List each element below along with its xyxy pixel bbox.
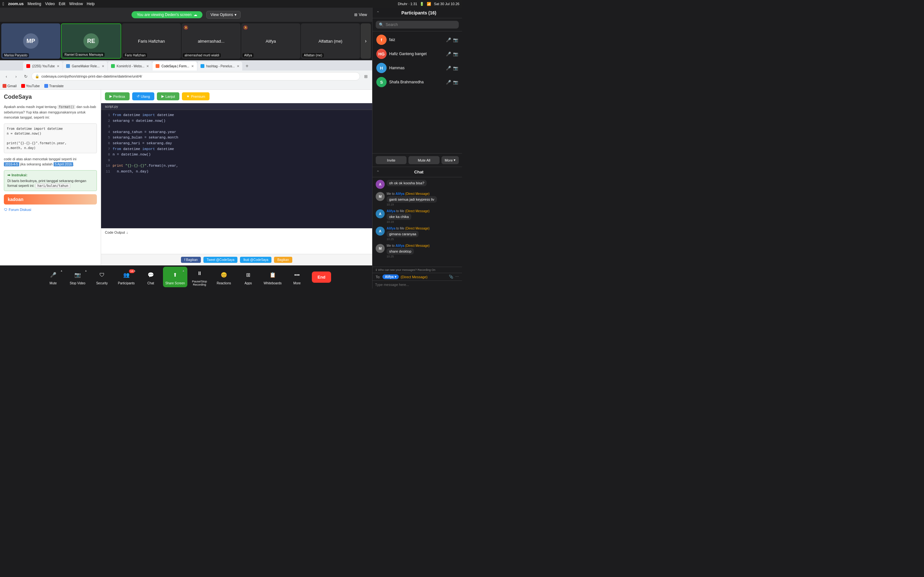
kominfo-close[interactable]: ✕ xyxy=(146,64,149,68)
codesaya-toolbar: ▶ Periksa ↺ Ulang ▶ Lanjut xyxy=(101,90,372,103)
end-button[interactable]: End xyxy=(312,271,331,283)
new-tab-button[interactable]: + xyxy=(242,61,252,71)
chat-input-field[interactable] xyxy=(375,283,459,287)
forum-link[interactable]: 🗨 Forum Diskusi xyxy=(4,208,97,211)
participant-row-hafiz[interactable]: HG Hafiz Ganteng banget 🎤 📷 xyxy=(373,47,462,61)
emoji-icon[interactable]: ⋯ xyxy=(455,275,459,279)
alifya-name-badge: Alifya xyxy=(242,53,254,57)
hafiz-video-icon[interactable]: 📷 xyxy=(453,52,458,56)
footer-bagikan-fb[interactable]: f Bagikan xyxy=(181,257,201,263)
code-editor-wrapper: script.py 1234567891011 from datetime im… xyxy=(101,103,372,228)
toolbar-pause-recording[interactable]: ⏸ Pause/Stop Recording xyxy=(187,267,212,287)
footer-follow[interactable]: Ikuti @CodeSaya xyxy=(240,257,271,263)
footer-bagikan[interactable]: Bagikan xyxy=(274,257,292,263)
participant-row-faiz[interactable]: f faiz 🎤 📷 xyxy=(373,33,462,47)
codesaya-close[interactable]: ✕ xyxy=(191,64,194,68)
bookmark-gmail[interactable]: Gmail xyxy=(3,84,17,88)
lanjut-button[interactable]: ▶ Lanjut xyxy=(157,92,179,100)
participant-tile-marisa[interactable]: MP Marisa Paryasto xyxy=(1,23,60,59)
participant-tile-almerrashad[interactable]: almerrashad... 🔕 almerrashad murti wiald… xyxy=(182,23,241,59)
faiz-mute-icon[interactable]: 🎤 xyxy=(446,37,451,42)
faiz-video-icon[interactable]: 📷 xyxy=(453,37,458,42)
bookmark-translate[interactable]: Translate xyxy=(44,84,63,88)
tab-codesaya[interactable]: CodeSaya | Form... ✕ xyxy=(152,61,197,71)
faiz-avatar: f xyxy=(376,35,387,45)
date-example: 2016-4-5 xyxy=(4,162,19,166)
menu-window[interactable]: Window xyxy=(69,2,83,6)
toolbar-participants[interactable]: 👥 16 Participants ▲ xyxy=(114,267,139,287)
address-bar[interactable]: 🔒 codesaya.com/python/strings-print-dan-… xyxy=(31,72,360,81)
strip-next-button[interactable]: › xyxy=(360,23,371,59)
to-alifya-badge[interactable]: Alifya ▾ xyxy=(383,274,399,279)
youtube-close[interactable]: ✕ xyxy=(57,64,59,68)
extensions-button[interactable]: ⊞ xyxy=(362,73,370,80)
toolbar-mute[interactable]: 🎤 Mute ▲ xyxy=(41,267,65,287)
mute-all-button[interactable]: Mute All xyxy=(409,156,439,164)
browser-bookmarks: Gmail YouTube Translate xyxy=(0,82,372,90)
ulang-label: Ulang xyxy=(141,95,150,98)
toolbar-apps[interactable]: ⊞ Apps xyxy=(236,267,260,287)
hafiz-mute-icon[interactable]: 🎤 xyxy=(446,52,451,56)
chat-collapse-btn[interactable]: ⌃ xyxy=(376,170,380,174)
toolbar-more[interactable]: ••• More xyxy=(285,267,309,287)
bookmark-youtube[interactable]: YouTube xyxy=(21,84,40,88)
chat-to-actions: 📎 ⋯ xyxy=(449,275,459,279)
hashtag-close[interactable]: ✕ xyxy=(237,64,239,68)
view-options-button[interactable]: View Options ▾ xyxy=(206,11,240,19)
toolbar-whiteboards[interactable]: 📋 Whiteboards xyxy=(260,267,285,287)
participant-tile-alfattan[interactable]: Alfattan (me) Alfattan (me) xyxy=(301,23,360,59)
menubar-right: Dhuhr · 1:31 🔋 📶 Sat 30 Jul 10.26 xyxy=(398,2,459,6)
toolbar-share-screen[interactable]: ⬆ Share Screen ▲ xyxy=(163,267,187,287)
toolbar-chat[interactable]: 💬 Chat xyxy=(139,267,163,287)
tab-gamemaker[interactable]: GameMaker Rele... ✕ xyxy=(63,61,107,71)
tab-hashtag[interactable]: hashtag - Penelus... ✕ xyxy=(197,61,242,71)
script-py-tab[interactable]: script.py xyxy=(101,103,372,110)
sidebar-collapse-btn[interactable]: ⌃ xyxy=(376,11,380,15)
participant-row-shafa[interactable]: S Shafa Brahmaredha 🎤 📷 xyxy=(373,75,462,89)
participant-tile-ramiel[interactable]: RE Ramiel Erasmus Mamuaya xyxy=(61,23,121,59)
hammas-mute-icon[interactable]: 🎤 xyxy=(446,66,451,71)
search-input[interactable] xyxy=(386,23,456,27)
footer-tweet[interactable]: Tweet @CodeSaya xyxy=(204,257,237,263)
participant-tile-alifya[interactable]: Alifya 🔕 Alifya xyxy=(241,23,300,59)
menu-help[interactable]: Help xyxy=(87,2,95,6)
hammas-video-icon[interactable]: 📷 xyxy=(453,66,458,71)
menu-video[interactable]: Video xyxy=(45,2,55,6)
menu-meeting[interactable]: Meeting xyxy=(27,2,41,6)
code-editor[interactable]: 1234567891011 from datetime import datet… xyxy=(101,110,372,177)
refresh-button[interactable]: ↻ xyxy=(22,73,29,80)
menubar:  zoom.us Meeting Video Edit Window Help… xyxy=(0,0,462,8)
tab-kominfo[interactable]: Kominfo'd - Webs... ✕ xyxy=(108,61,152,71)
forward-button[interactable]: › xyxy=(12,73,20,80)
back-button[interactable]: ‹ xyxy=(3,73,10,80)
codesaya-footer: f Bagikan Tweet @CodeSaya Ikuti @CodeSay… xyxy=(101,254,372,266)
more-actions-button[interactable]: More ▾ xyxy=(441,156,459,164)
toolbar-stop-video[interactable]: 📷 Stop Video ▲ xyxy=(65,267,90,287)
periksa-button[interactable]: ▶ Periksa xyxy=(105,92,129,100)
whiteboards-label: Whiteboards xyxy=(264,282,282,285)
attachment-icon[interactable]: 📎 xyxy=(449,275,453,279)
ulang-button[interactable]: ↺ Ulang xyxy=(132,92,155,100)
msg5-to-alifya: Alifya xyxy=(396,244,404,247)
shafa-mute-icon[interactable]: 🎤 xyxy=(446,80,451,85)
participant-row-hammas[interactable]: H Hammas 🎤 📷 xyxy=(373,61,462,75)
shafa-video-icon[interactable]: 📷 xyxy=(453,80,458,85)
gamemaker-close[interactable]: ✕ xyxy=(102,64,104,68)
translate-icon xyxy=(44,84,48,88)
reactions-icon-circle: 😊 xyxy=(218,269,230,281)
more-actions-label: More xyxy=(445,158,453,162)
participant-tile-faris[interactable]: Faris Hafizhan Faris Hafizhan xyxy=(122,23,181,59)
toolbar-security[interactable]: 🛡 Security xyxy=(90,267,114,287)
invite-button[interactable]: Invite xyxy=(376,156,407,164)
view-button[interactable]: ⊞ View xyxy=(354,13,367,17)
faiz-actions: 🎤 📷 xyxy=(446,37,458,42)
browser-frame: (2255) YouTube ✕ GameMaker Rele... ✕ Kom… xyxy=(0,60,372,266)
kadoan-ad[interactable]: kadoan xyxy=(4,194,97,205)
menu-edit[interactable]: Edit xyxy=(59,2,65,6)
tab-youtube[interactable]: (2255) YouTube ✕ xyxy=(23,61,63,71)
participants-label: Participants xyxy=(118,282,135,285)
premium-button[interactable]: ★ Premium xyxy=(182,92,210,100)
toolbar-reactions[interactable]: 😊 Reactions xyxy=(212,267,236,287)
apple-menu[interactable]:  xyxy=(3,1,4,6)
search-wrap: 🔍 xyxy=(376,21,459,29)
